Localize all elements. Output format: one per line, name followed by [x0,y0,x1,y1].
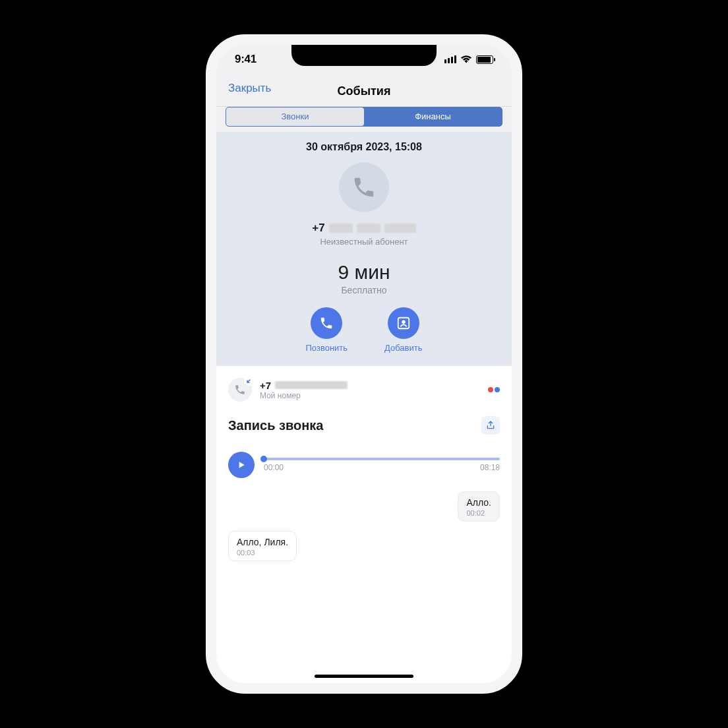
call-action[interactable]: Позвонить [306,307,348,353]
add-button[interactable] [388,307,419,339]
my-number: +7 [260,380,480,391]
recording-header: Запись звонка [228,410,500,444]
bubble-text: Алло, Лиля. [237,537,288,547]
phone-frame: 9:41 Закрыть События Звонки Финансы 30 о… [206,34,522,694]
phone-icon [319,316,334,330]
caller-prefix: +7 [312,222,324,235]
share-button[interactable] [481,416,500,435]
add-contact-icon [396,316,411,330]
my-number-row: +7 Мой номер [228,366,500,410]
redacted [384,224,416,233]
progress-track[interactable] [264,458,500,460]
phone-icon [351,175,377,200]
transcript: Алло. 00:02 Алло, Лиля. 00:03 [228,491,500,561]
event-datetime: 30 октября 2023, 15:08 [216,132,512,157]
close-button[interactable]: Закрыть [228,82,271,95]
call-label: Позвонить [306,343,348,353]
play-icon [236,460,247,470]
share-icon [485,420,496,431]
content-sheet: 30 октября 2023, 15:08 +7 Неизвестный аб… [216,132,512,683]
tab-finance[interactable]: Финансы [364,107,502,126]
phone-icon [234,384,246,396]
bubble-text: Алло. [466,497,491,508]
progress-knob[interactable] [260,456,267,462]
tab-calls[interactable]: Звонки [226,107,364,126]
call-button[interactable] [311,307,342,339]
status-time: 9:41 [235,53,257,66]
notch [291,45,437,66]
battery-icon [476,55,493,64]
add-action[interactable]: Добавить [384,307,422,353]
home-indicator[interactable] [315,675,413,678]
call-cost: Бесплатно [216,285,512,295]
cellular-icon [444,55,456,63]
redacted [329,224,353,233]
incoming-arrow-icon [244,377,253,386]
status-indicators [444,55,493,64]
voicemail-icon [488,387,500,392]
bubble-time: 00:02 [466,509,491,517]
wifi-icon [460,55,472,64]
action-row: Позвонить Добавить [216,307,512,353]
recording-title: Запись звонка [228,418,323,433]
page-title: События [338,84,391,98]
time-end: 08:18 [480,463,500,472]
incoming-call-icon [228,378,252,402]
time-start: 00:00 [264,463,284,472]
caller-sub: Неизвестный абонент [216,237,512,247]
caller-number: +7 [216,222,512,235]
call-duration: 9 мин [216,261,512,284]
svg-point-1 [402,320,406,324]
caller-block: +7 Неизвестный абонент 9 мин Бесплатно П… [216,157,512,366]
add-label: Добавить [384,343,422,353]
audio-player: 00:00 08:18 [228,444,500,481]
play-button[interactable] [228,452,255,478]
details-section: +7 Мой номер Запись звонка [216,366,512,683]
bubble-time: 00:03 [237,549,288,557]
redacted [275,381,348,389]
transcript-bubble: Алло. 00:02 [458,491,500,522]
transcript-bubble: Алло, Лиля. 00:03 [228,531,297,561]
redacted [357,224,380,233]
segmented-control: Звонки Финансы [216,107,512,132]
my-number-label: Мой номер [260,391,480,400]
screen: Закрыть События Звонки Финансы 30 октябр… [216,45,512,683]
my-prefix: +7 [260,380,271,391]
caller-avatar [339,162,389,212]
